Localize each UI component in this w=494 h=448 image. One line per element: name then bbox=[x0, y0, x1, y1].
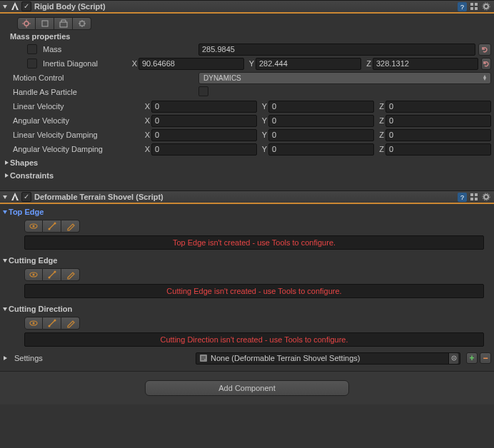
svg-point-32 bbox=[54, 223, 56, 225]
edge-tool-line-icon[interactable] bbox=[43, 268, 61, 281]
svg-rect-15 bbox=[80, 21, 84, 26]
cutting-direction-foldout[interactable]: Cutting Direction bbox=[1, 302, 491, 315]
ang-vel-y-input[interactable] bbox=[268, 115, 374, 127]
settings-object-field[interactable]: None (Deformable Terrain Shovel Settings… bbox=[196, 352, 460, 365]
svg-rect-23 bbox=[475, 193, 478, 196]
svg-rect-14 bbox=[60, 22, 67, 27]
script-asset-icon bbox=[199, 354, 208, 362]
tool-move-icon[interactable] bbox=[17, 17, 36, 30]
enable-checkbox[interactable] bbox=[21, 192, 31, 202]
reset-icon[interactable] bbox=[478, 44, 491, 56]
svg-point-45 bbox=[453, 357, 455, 359]
axis-x-label: X bbox=[128, 59, 137, 68]
ang-damp-y-input[interactable] bbox=[268, 143, 374, 156]
axis-z-label: Z bbox=[363, 59, 371, 68]
script-a-icon bbox=[10, 192, 20, 202]
edge-tool-pencil-icon[interactable] bbox=[61, 268, 80, 281]
add-button[interactable]: + bbox=[466, 352, 478, 364]
angular-velocity-label: Angular Velocity bbox=[10, 116, 138, 125]
svg-line-41 bbox=[49, 320, 55, 326]
lin-damp-z-input[interactable] bbox=[385, 129, 491, 141]
cutting-direction-error: Cutting Direction isn't created - use To… bbox=[24, 332, 484, 347]
shapes-foldout[interactable]: Shapes bbox=[3, 156, 491, 169]
edge-tool-eye-icon[interactable] bbox=[24, 220, 43, 233]
preset-icon[interactable] bbox=[469, 1, 479, 11]
lin-damp-y-input[interactable] bbox=[268, 129, 374, 141]
cutting-edge-foldout[interactable]: Cutting Edge bbox=[1, 254, 491, 267]
ang-damp-z-input[interactable] bbox=[385, 143, 491, 156]
rigid-body-header[interactable]: Rigid Body (Script) ? bbox=[0, 1, 494, 14]
edge-tool-eye-icon[interactable] bbox=[24, 268, 43, 281]
help-icon[interactable]: ? bbox=[457, 1, 467, 11]
ang-vel-z-input[interactable] bbox=[385, 115, 491, 127]
svg-point-8 bbox=[24, 21, 29, 26]
component-title: Deformable Terrain Shovel (Script) bbox=[34, 193, 457, 201]
edge-tool-line-icon[interactable] bbox=[43, 317, 61, 330]
motion-control-label: Motion Control bbox=[10, 73, 196, 82]
gear-icon[interactable] bbox=[481, 1, 491, 11]
inertia-checkbox[interactable] bbox=[27, 58, 37, 68]
tool-scale-icon[interactable] bbox=[73, 17, 91, 30]
svg-rect-24 bbox=[470, 198, 473, 200]
svg-point-42 bbox=[54, 320, 56, 322]
constraints-foldout[interactable]: Constraints bbox=[3, 169, 491, 182]
tool-rotate-icon[interactable] bbox=[54, 17, 73, 30]
cutting-edge-error: Cutting Edge isn't created - use Tools t… bbox=[24, 284, 484, 298]
ang-damping-label: Angular Velocity Damping bbox=[10, 145, 138, 153]
inertia-z-input[interactable] bbox=[373, 58, 478, 70]
top-edge-error: Top Edge isn't created - use Tools to co… bbox=[24, 235, 484, 250]
svg-point-37 bbox=[54, 271, 56, 273]
reset-icon[interactable] bbox=[481, 58, 491, 70]
svg-rect-25 bbox=[475, 198, 478, 200]
inertia-y-input[interactable] bbox=[256, 58, 361, 70]
svg-point-29 bbox=[33, 225, 35, 228]
handle-as-particle-label: Handle As Particle bbox=[10, 88, 196, 96]
lin-vel-x-input[interactable] bbox=[151, 101, 257, 113]
motion-control-dropdown[interactable]: DYNAMICS ▴▾ bbox=[198, 72, 491, 84]
axis-y-label: Y bbox=[246, 59, 254, 68]
mass-properties-header: Mass properties bbox=[10, 32, 491, 41]
svg-rect-2 bbox=[470, 3, 473, 6]
edge-tool-pencil-icon[interactable] bbox=[61, 220, 80, 233]
edge-tool-line-icon[interactable] bbox=[43, 220, 61, 233]
component-title: Rigid Body (Script) bbox=[34, 2, 457, 11]
svg-point-34 bbox=[33, 274, 35, 276]
ang-damp-x-input[interactable] bbox=[151, 143, 257, 156]
ang-vel-x-input[interactable] bbox=[151, 115, 257, 127]
handle-as-particle-checkbox[interactable] bbox=[198, 86, 208, 96]
chevron-updown-icon: ▴▾ bbox=[483, 75, 486, 81]
lin-damp-x-input[interactable] bbox=[151, 129, 257, 141]
linear-velocity-label: Linear Velocity bbox=[10, 102, 138, 111]
svg-line-36 bbox=[49, 272, 55, 278]
foldout-icon[interactable] bbox=[1, 193, 9, 200]
enable-checkbox[interactable] bbox=[21, 1, 31, 11]
shovel-header[interactable]: Deformable Terrain Shovel (Script) ? bbox=[0, 191, 494, 204]
svg-point-26 bbox=[484, 195, 488, 199]
foldout-icon[interactable] bbox=[1, 3, 9, 10]
add-component-button[interactable]: Add Component bbox=[145, 380, 349, 396]
svg-rect-4 bbox=[470, 7, 473, 10]
top-edge-foldout[interactable]: Top Edge bbox=[1, 205, 491, 218]
script-a-icon bbox=[10, 1, 20, 11]
svg-rect-5 bbox=[475, 7, 478, 10]
settings-foldout[interactable] bbox=[1, 355, 9, 362]
svg-text:?: ? bbox=[460, 4, 463, 11]
gear-icon[interactable] bbox=[481, 192, 491, 202]
svg-text:?: ? bbox=[460, 194, 463, 201]
svg-point-39 bbox=[33, 322, 35, 325]
object-picker-icon[interactable] bbox=[448, 353, 458, 364]
help-icon[interactable]: ? bbox=[457, 192, 467, 202]
remove-button[interactable]: − bbox=[480, 352, 491, 364]
tool-rect-icon[interactable] bbox=[36, 17, 54, 30]
inertia-label: Inertia Diagonal bbox=[43, 59, 98, 68]
mass-checkbox[interactable] bbox=[27, 44, 37, 54]
svg-rect-22 bbox=[470, 193, 473, 196]
lin-vel-z-input[interactable] bbox=[385, 101, 491, 113]
preset-icon[interactable] bbox=[469, 192, 479, 202]
inertia-x-input[interactable] bbox=[138, 58, 244, 70]
lin-damping-label: Linear Velocity Damping bbox=[10, 131, 138, 139]
lin-vel-y-input[interactable] bbox=[268, 101, 374, 113]
edge-tool-pencil-icon[interactable] bbox=[61, 317, 80, 330]
mass-input[interactable] bbox=[198, 44, 475, 56]
edge-tool-eye-icon[interactable] bbox=[24, 317, 43, 330]
